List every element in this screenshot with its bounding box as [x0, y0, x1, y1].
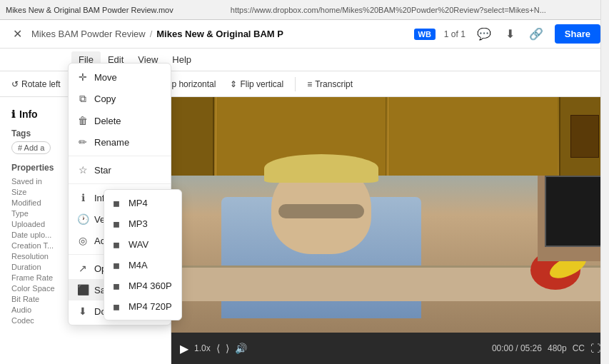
rotate-left-button[interactable]: ↺ Rotate left	[6, 76, 66, 92]
ctx-delete-label: Delete	[94, 116, 162, 126]
ctx-rename[interactable]: ✏ Rename	[69, 131, 171, 153]
rewind-button[interactable]: ⟨	[216, 343, 220, 354]
ctx-star[interactable]: ☆ Star	[69, 159, 171, 181]
info-icon: ℹ	[77, 192, 89, 203]
mp3-icon: ◼	[113, 219, 123, 229]
open-in-icon: ↗	[77, 263, 89, 274]
saveas-mp4-360p[interactable]: ◼ MP4 360P	[104, 275, 181, 296]
scrollbar[interactable]	[600, 0, 609, 364]
breadcrumb-current: Mikes New & Original BAM P	[156, 29, 283, 39]
toolbar-separator-2	[295, 77, 296, 91]
save-as-icon: ⬛	[77, 284, 89, 295]
transcript-icon: ≡	[307, 79, 312, 89]
menubar: ✕ Mikes BAM Powder Review / Mikes New & …	[0, 20, 609, 49]
video-controls-bar: ▶ 1.0x ⟨ ⟩ 🔊 00:00 / 05:26 480p CC ⛶	[171, 333, 609, 364]
transcript-label: Transcript	[315, 79, 353, 89]
ctx-move-label: Move	[94, 72, 162, 83]
ctx-star-label: Star	[94, 165, 162, 176]
activity-icon: ◎	[77, 235, 89, 246]
ctx-divider	[69, 156, 171, 156]
comment-icon-btn[interactable]: 💬	[474, 24, 494, 44]
page-count: 1 of 1	[444, 29, 465, 39]
video-frame[interactable]	[171, 97, 609, 333]
saveas-mp4-720p[interactable]: ◼ MP4 720P	[104, 296, 181, 317]
saveas-m4a[interactable]: ◼ M4A	[104, 255, 181, 275]
close-button[interactable]: ✕	[9, 26, 26, 43]
video-scene	[171, 97, 609, 333]
history-icon: 🕐	[77, 213, 89, 225]
forward-button[interactable]: ⟩	[226, 343, 229, 354]
flip-vertical-button[interactable]: ⇕ Flip vertical	[224, 76, 289, 92]
m4a-icon: ◼	[113, 261, 123, 271]
mp4-360p-icon: ◼	[113, 281, 123, 291]
ctx-move[interactable]: ✛ Move	[69, 66, 171, 88]
ctx-divider-2	[69, 183, 171, 184]
quality-button[interactable]: 480p	[548, 343, 567, 353]
saveas-submenu: ◼ MP4 ◼ MP3 ◼ WAV ◼ M4A ◼ MP4 360P ◼ MP4…	[104, 189, 182, 320]
header-actions: WB 1 of 1 💬 ⬇ 🔗 Share	[414, 24, 601, 44]
info-label: Info	[19, 108, 38, 120]
wav-icon: ◼	[113, 240, 123, 250]
delete-icon: 🗑	[77, 115, 89, 126]
volume-button[interactable]: 🔊	[235, 343, 247, 354]
wb-badge: WB	[414, 29, 436, 40]
cc-button[interactable]: CC	[573, 343, 585, 353]
saveas-wav[interactable]: ◼ WAV	[104, 234, 181, 255]
ctx-copy-label: Copy	[94, 93, 162, 104]
time-display: 00:00 / 05:26	[492, 343, 542, 353]
star-icon: ☆	[77, 164, 89, 176]
download-icon-btn[interactable]: ⬇	[503, 24, 518, 44]
rotate-left-icon: ↺	[11, 79, 19, 89]
saveas-mp3[interactable]: ◼ MP3	[104, 213, 181, 234]
link-icon-btn[interactable]: 🔗	[526, 24, 546, 44]
copy-icon: ⧉	[77, 93, 89, 105]
info-icon: ℹ	[11, 108, 15, 120]
play-button[interactable]: ▶	[180, 342, 188, 355]
saveas-m4a-label: M4A	[129, 260, 148, 271]
download-icon: ⬇	[77, 305, 89, 317]
mp4-icon: ◼	[113, 198, 123, 208]
saveas-mp3-label: MP3	[129, 218, 148, 229]
browser-url: https://www.dropbox.com/home/Mikes%20BAM…	[173, 6, 603, 14]
saveas-wav-label: WAV	[129, 239, 149, 250]
rename-icon: ✏	[77, 136, 89, 148]
saveas-mp4-360p-label: MP4 360P	[129, 280, 172, 291]
move-icon: ✛	[77, 71, 89, 83]
saveas-mp4-720p-label: MP4 720P	[129, 301, 172, 312]
saveas-mp4[interactable]: ◼ MP4	[104, 193, 181, 213]
ctx-rename-label: Rename	[94, 137, 162, 148]
flip-v-icon: ⇕	[230, 79, 237, 89]
fullscreen-button[interactable]: ⛶	[590, 343, 600, 354]
add-tag-button[interactable]: # Add a	[11, 141, 51, 154]
speed-button[interactable]: 1.0x	[194, 343, 211, 353]
share-button[interactable]: Share	[555, 24, 600, 44]
ctx-delete[interactable]: 🗑 Delete	[69, 110, 171, 131]
breadcrumb: Mikes BAM Powder Review / Mikes New & Or…	[31, 29, 414, 39]
transcript-button[interactable]: ≡ Transcript	[301, 76, 358, 92]
ctx-copy[interactable]: ⧉ Copy	[69, 88, 171, 110]
saveas-mp4-label: MP4	[129, 198, 148, 208]
rotate-left-label: Rotate left	[21, 79, 61, 89]
flip-v-label: Flip vertical	[240, 79, 283, 89]
video-area: ▶ 1.0x ⟨ ⟩ 🔊 00:00 / 05:26 480p CC ⛶	[171, 97, 609, 364]
browser-title: Mikes New & Original BAM Powder Review.m…	[6, 6, 173, 14]
mp4-720p-icon: ◼	[113, 302, 123, 312]
breadcrumb-folder[interactable]: Mikes BAM Powder Review	[31, 29, 146, 39]
breadcrumb-separator: /	[150, 29, 153, 39]
